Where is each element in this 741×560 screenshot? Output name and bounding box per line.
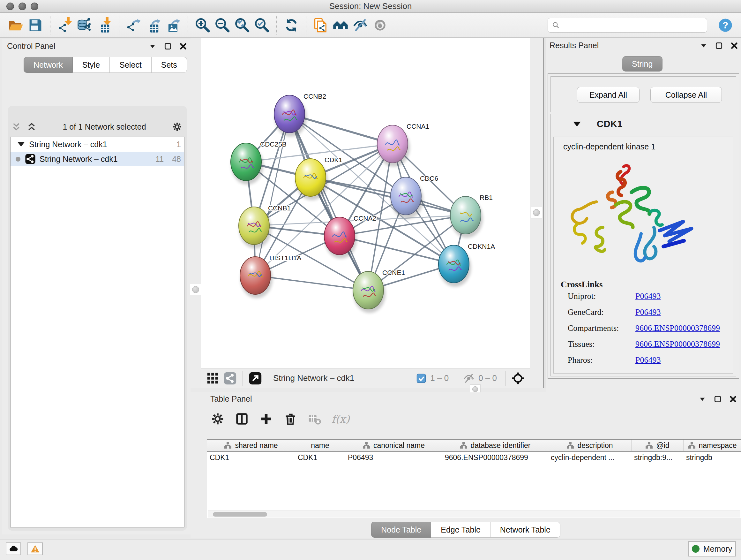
scrollbar-thumb[interactable]	[213, 512, 267, 516]
zoom-fit-button[interactable]	[232, 15, 252, 35]
delete-column-icon[interactable]	[283, 412, 298, 426]
cloud-status-button[interactable]	[6, 543, 21, 555]
float-panel-icon[interactable]	[164, 42, 172, 51]
add-column-icon[interactable]	[259, 412, 273, 426]
hide-selected-button[interactable]	[350, 15, 370, 35]
results-splitter-bar[interactable]	[543, 38, 546, 392]
column-header-namespace[interactable]: namespace	[684, 440, 741, 451]
table-cell[interactable]: stringdb	[684, 452, 741, 463]
open-in-window-icon[interactable]	[248, 371, 263, 386]
warnings-button[interactable]	[27, 543, 43, 555]
network-view[interactable]: CCNB2CCNB2CCNA1CCNA1CDC25BCDC25BCDK1CDK1…	[201, 38, 530, 368]
export-image-button[interactable]	[163, 15, 183, 35]
save-session-button[interactable]	[25, 15, 45, 35]
left-splitter[interactable]	[191, 38, 201, 392]
edge-CCNB2-CCNE1[interactable]	[289, 114, 368, 290]
table-row[interactable]: CDK1CDK1P064939606.ENSP00000378699cyclin…	[207, 452, 741, 463]
node-RB1[interactable]: RB1RB1	[450, 194, 493, 234]
panel-menu-icon[interactable]	[699, 42, 708, 50]
close-panel-icon[interactable]	[179, 42, 187, 51]
node-HIST1H1A[interactable]: HIST1H1AHIST1H1A	[240, 254, 301, 294]
crosslink-value-link[interactable]: P06493	[635, 355, 661, 365]
right-splitter-handle[interactable]	[531, 207, 542, 219]
collapse-triangle-icon[interactable]	[17, 142, 24, 146]
table-cell[interactable]: P06493	[345, 452, 442, 463]
expand-all-button[interactable]: Expand All	[577, 87, 639, 103]
network-row[interactable]: String Network – cdk1 11 48	[10, 152, 184, 166]
column-header--id[interactable]: @id	[631, 440, 684, 451]
tab-style[interactable]: Style	[73, 57, 110, 73]
tab-select[interactable]: Select	[110, 57, 151, 73]
cdk1-entry-header[interactable]: CDK1	[551, 114, 736, 134]
delete-table-icon[interactable]	[307, 412, 322, 426]
edge-CCNB2-HIST1H1A[interactable]	[255, 114, 289, 275]
gear-icon[interactable]	[172, 121, 183, 132]
home-button[interactable]	[331, 15, 350, 35]
column-header-shared-name[interactable]: shared name	[207, 440, 295, 451]
export-table-button[interactable]	[144, 15, 163, 35]
open-session-button[interactable]	[6, 15, 25, 35]
float-panel-icon[interactable]	[714, 395, 722, 403]
selected-checkbox-icon[interactable]	[415, 373, 427, 384]
expand-all-icon[interactable]	[26, 121, 37, 132]
float-panel-icon[interactable]	[715, 42, 723, 50]
column-header-database-identifier[interactable]: database identifier	[442, 440, 548, 451]
network-overview-icon[interactable]	[223, 371, 238, 386]
table-cell[interactable]: cyclin-dependent ...	[548, 452, 631, 463]
table-horizontal-scrollbar[interactable]	[208, 510, 740, 517]
collapse-all-button[interactable]: Collapse All	[650, 87, 722, 103]
table-cell[interactable]: CDK1	[207, 452, 295, 463]
right-splitter[interactable]	[530, 38, 543, 392]
zoom-out-button[interactable]	[212, 15, 232, 35]
tab-node-table[interactable]: Node Table	[371, 522, 431, 538]
hidden-eye-slash-icon[interactable]	[462, 372, 475, 385]
tab-edge-table[interactable]: Edge Table	[431, 522, 490, 538]
minimize-window-button[interactable]	[18, 3, 26, 10]
panel-menu-icon[interactable]	[148, 42, 157, 51]
zoom-in-button[interactable]	[193, 15, 212, 35]
refresh-button[interactable]	[281, 15, 301, 35]
node-CCNA1[interactable]: CCNA1CCNA1	[377, 123, 429, 163]
crosslink-value-link[interactable]: 9606.ENSP00000378699	[635, 323, 720, 333]
close-panel-icon[interactable]	[729, 395, 737, 403]
crosslink-value-link[interactable]: P06493	[635, 292, 661, 301]
import-table-button[interactable]	[94, 15, 114, 35]
panel-menu-icon[interactable]	[698, 395, 706, 403]
grid-view-icon[interactable]	[205, 371, 220, 386]
tab-network-table[interactable]: Network Table	[490, 522, 560, 538]
show-all-button[interactable]	[370, 15, 390, 35]
tab-network[interactable]: Network	[23, 57, 73, 73]
show-columns-icon[interactable]	[234, 412, 249, 426]
table-options-gear-icon[interactable]	[210, 412, 225, 426]
crosslink-value-link[interactable]: 9606.ENSP00000378699	[635, 339, 720, 349]
help-button[interactable]: ?	[716, 15, 735, 35]
clone-network-button[interactable]	[311, 15, 331, 35]
column-header-description[interactable]: description	[548, 440, 631, 451]
crosslink-value-link[interactable]: P06493	[635, 307, 661, 317]
tab-string[interactable]: String	[622, 56, 663, 71]
zoom-window-button[interactable]	[30, 3, 38, 10]
node-CDC6[interactable]: CDC6CDC6	[391, 175, 438, 215]
import-network-button[interactable]	[55, 15, 75, 35]
collapse-entry-icon[interactable]	[573, 122, 581, 126]
network-collection-row[interactable]: String Network – cdk1 1	[10, 137, 184, 152]
collapse-all-icon[interactable]	[11, 121, 22, 132]
node-CDK1[interactable]: CDK1CDK1	[295, 156, 342, 196]
table-cell[interactable]: CDK1	[295, 452, 345, 463]
node-CCNE1[interactable]: CCNE1CCNE1	[353, 269, 405, 309]
tab-sets[interactable]: Sets	[151, 57, 187, 73]
column-header-canonical-name[interactable]: canonical name	[345, 440, 442, 451]
table-cell[interactable]: stringdb:9...	[631, 452, 684, 463]
export-network-button[interactable]	[124, 15, 144, 35]
zoom-selected-button[interactable]	[252, 15, 272, 35]
import-database-button[interactable]	[75, 15, 94, 35]
left-splitter-handle[interactable]	[190, 284, 201, 295]
table-cell[interactable]: 9606.ENSP00000378699	[442, 452, 548, 463]
birds-eye-toggle-icon[interactable]	[511, 371, 525, 386]
close-panel-icon[interactable]	[730, 42, 738, 50]
close-window-button[interactable]	[6, 3, 14, 10]
search-input[interactable]	[560, 21, 700, 30]
memory-button[interactable]: Memory	[688, 541, 736, 557]
node-CCNB2[interactable]: CCNB2CCNB2	[274, 92, 326, 133]
search-field[interactable]	[548, 18, 707, 33]
